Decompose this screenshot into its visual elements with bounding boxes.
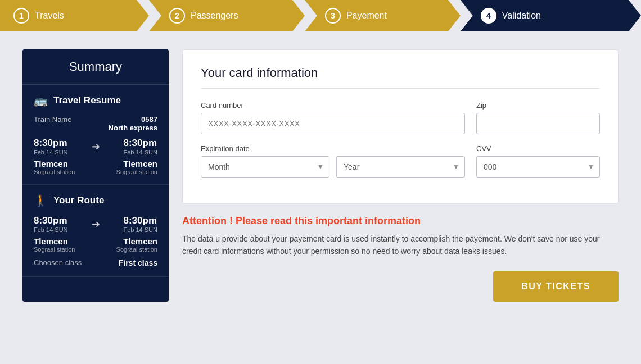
card-number-group: Card number (201, 101, 465, 134)
step-2-circle: 2 (169, 8, 185, 24)
route-arrival-station: Sograal station (116, 246, 157, 253)
arrival-station-block: Tlemcen Sograal station (116, 159, 157, 175)
travel-times-row: 8:30pm Feb 14 SUN ➜ 8:30pm Feb 14 SUN (34, 138, 157, 156)
route-station-row: Tlemcen Sograal station Tlemcen Sograal … (34, 236, 157, 253)
expiry-cvv-row: Expiration date Month January February M… (201, 144, 600, 178)
card-panel: Your card information Card number Zip Ex… (182, 49, 619, 204)
right-panel: Your card information Card number Zip Ex… (182, 49, 619, 302)
route-departure-station: Sograal station (34, 246, 75, 253)
buy-tickets-button[interactable]: BUY TICKETS (493, 271, 619, 302)
month-wrapper: Month January February March April May J… (201, 156, 329, 178)
main-content: Summary 🚌 Travel Resume Train Name 0587 … (0, 31, 641, 320)
your-route-header: 🚶 Your Route (34, 194, 157, 207)
train-name-row: Train Name 0587 North express (34, 115, 157, 132)
route-departure-station-block: Tlemcen Sograal station (34, 236, 75, 253)
your-route-section: 🚶 Your Route 8:30pm Feb 14 SUN ➜ 8:30pm … (22, 185, 169, 277)
sidebar: Summary 🚌 Travel Resume Train Name 0587 … (22, 49, 169, 302)
cvv-label: CVV (476, 144, 600, 153)
zip-group: Zip (476, 101, 600, 134)
arrow-icon: ➜ (92, 140, 100, 153)
attention-block: Attention ! Please read this important i… (182, 215, 619, 258)
person-icon: 🚶 (34, 194, 48, 207)
card-panel-title: Your card information (201, 66, 600, 89)
arrival-time: 8:30pm (123, 138, 157, 149)
route-departure-city: Tlemcen (34, 236, 75, 246)
attention-title: Attention ! Please read this important i… (182, 215, 619, 227)
arrival-time-block: 8:30pm Feb 14 SUN (123, 138, 157, 156)
month-select[interactable]: Month January February March April May J… (201, 156, 329, 178)
buy-button-wrapper: BUY TICKETS (182, 271, 619, 302)
train-name-value: 0587 North express (109, 115, 157, 132)
route-arrival-time-block: 8:30pm Feb 14 SUN (123, 215, 157, 233)
expiry-group: Expiration date Month January February M… (201, 144, 465, 178)
class-value: First class (119, 258, 157, 267)
card-number-label: Card number (201, 101, 465, 110)
card-number-row: Card number Zip (201, 101, 600, 134)
class-row: Choosen class First class (34, 258, 157, 267)
route-arrival-station-block: Tlemcen Sograal station (116, 236, 157, 253)
route-departure-time-block: 8:30pm Feb 14 SUN (34, 215, 68, 233)
bus-icon: 🚌 (34, 94, 48, 107)
step-3-circle: 3 (325, 8, 341, 24)
route-arrow-icon: ➜ (92, 218, 100, 230)
route-departure-date: Feb 14 SUN (34, 226, 68, 233)
travel-resume-section: 🚌 Travel Resume Train Name 0587 North ex… (22, 85, 169, 185)
step-4-label: Validation (502, 11, 541, 21)
route-times-row: 8:30pm Feb 14 SUN ➜ 8:30pm Feb 14 SUN (34, 215, 157, 233)
expiry-selects: Month January February March April May J… (201, 156, 465, 178)
step-3-label: Payement (346, 11, 387, 21)
route-arrival-time: 8:30pm (123, 215, 157, 226)
step-2-label: Passengers (191, 11, 238, 21)
zip-label: Zip (476, 101, 600, 110)
expiry-label: Expiration date (201, 144, 465, 153)
year-wrapper: Year 2024 2025 2026 2027 2028 2029 2030 … (336, 156, 465, 178)
travel-resume-header: 🚌 Travel Resume (34, 94, 157, 107)
zip-input[interactable] (476, 113, 600, 134)
stepper: 1 Travels 2 Passengers 3 Payement 4 Vali… (0, 0, 641, 31)
step-4-circle: 4 (481, 8, 496, 24)
departure-time: 8:30pm (34, 138, 68, 149)
attention-text: The data u provide about your payement c… (182, 233, 619, 258)
station-row: Tlemcen Sograal station Tlemcen Sograal … (34, 159, 157, 175)
sidebar-title: Summary (22, 49, 169, 85)
route-departure-time: 8:30pm (34, 215, 68, 226)
departure-city: Tlemcen (34, 159, 75, 169)
route-arrival-date: Feb 14 SUN (123, 226, 157, 233)
arrival-city: Tlemcen (116, 159, 157, 169)
cvv-group: CVV 000 ▼ (476, 144, 600, 178)
travel-resume-label: Travel Resume (53, 95, 121, 106)
departure-station: Sograal station (34, 169, 75, 175)
step-passengers[interactable]: 2 Passengers (149, 0, 305, 31)
your-route-label: Your Route (53, 195, 104, 206)
route-arrival-city: Tlemcen (116, 236, 157, 246)
step-1-circle: 1 (13, 8, 29, 24)
arrival-date: Feb 14 SUN (123, 149, 157, 156)
step-1-label: Travels (35, 11, 64, 21)
cvv-wrapper: 000 ▼ (476, 156, 600, 178)
departure-time-block: 8:30pm Feb 14 SUN (34, 138, 68, 156)
cvv-select[interactable]: 000 (476, 156, 600, 178)
departure-station-block: Tlemcen Sograal station (34, 159, 75, 175)
step-travels[interactable]: 1 Travels (0, 0, 149, 31)
card-number-input[interactable] (201, 113, 465, 134)
class-label: Choosen class (34, 258, 82, 267)
step-validation[interactable]: 4 Validation (461, 0, 641, 31)
year-select[interactable]: Year 2024 2025 2026 2027 2028 2029 2030 (336, 156, 465, 178)
departure-date: Feb 14 SUN (34, 149, 68, 156)
step-payement[interactable]: 3 Payement (305, 0, 461, 31)
train-name-label: Train Name (34, 115, 71, 132)
arrival-station: Sograal station (116, 169, 157, 175)
